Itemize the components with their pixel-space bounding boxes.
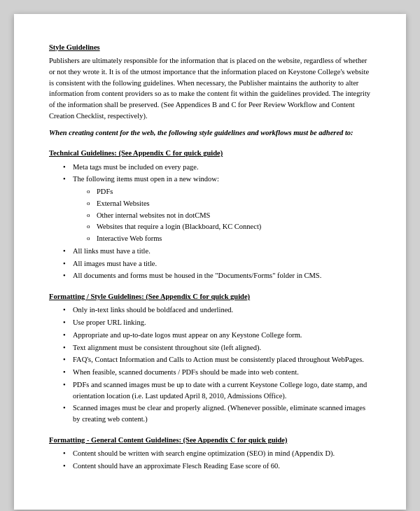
general-content-list: Content should be written with search en… (49, 448, 371, 472)
formatting-style-list: Only in-text links should be boldfaced a… (49, 304, 371, 425)
document-page: Style Guidelines Publishers are ultimate… (14, 14, 406, 510)
bold-italic-statement: When creating content for the web, the f… (49, 127, 371, 139)
list-item: All documents and forms must be housed i… (63, 270, 371, 281)
formatting-style-heading: Formatting / Style Guidelines: (See Appe… (49, 291, 371, 302)
sub-list-item: External Websites (87, 198, 371, 209)
sub-list-item: Interactive Web forms (87, 233, 371, 244)
list-item: Only in-text links should be boldfaced a… (63, 304, 371, 316)
list-item: The following items must open in a new w… (63, 174, 371, 244)
list-item: When feasible, scanned documents / PDFs … (63, 367, 371, 378)
list-item: All images must have a title. (63, 258, 371, 270)
list-item: Scanned images must be clear and properl… (63, 402, 371, 425)
list-item: Content should be written with search en… (63, 448, 371, 459)
sub-list-item: Other internal websites not in dotCMS (87, 210, 371, 221)
list-item: Appropriate and up-to-date logos must ap… (63, 330, 371, 341)
general-content-section: Formatting - General Content Guidelines:… (49, 435, 371, 472)
list-item: Use proper URL linking. (63, 317, 371, 328)
style-guidelines-heading: Style Guidelines (49, 42, 371, 52)
general-content-heading: Formatting - General Content Guidelines:… (49, 435, 371, 445)
style-guidelines-section: Style Guidelines Publishers are ultimate… (49, 42, 371, 138)
technical-guidelines-list: Meta tags must be included on every page… (49, 162, 371, 282)
sub-list-item: PDFs (87, 186, 371, 197)
list-item: Content should have an approximate Flesc… (63, 461, 371, 472)
list-item: All links must have a title. (63, 246, 371, 257)
technical-guidelines-section: Technical Guidelines: (See Appendix C fo… (49, 148, 371, 281)
formatting-style-section: Formatting / Style Guidelines: (See Appe… (49, 291, 371, 425)
intro-paragraph: Publishers are ultimately responsible fo… (49, 55, 371, 122)
sub-list-item: Websites that require a login (Blackboar… (87, 221, 371, 232)
list-item: PDFs and scanned images must be up to da… (63, 379, 371, 402)
list-item: FAQ's, Contact Information and Calls to … (63, 354, 371, 365)
list-item: Meta tags must be included on every page… (63, 162, 371, 173)
technical-guidelines-heading: Technical Guidelines: (See Appendix C fo… (49, 148, 371, 158)
list-item: Text alignment must be consistent throug… (63, 342, 371, 354)
sub-list: PDFs External Websites Other internal we… (73, 186, 371, 244)
